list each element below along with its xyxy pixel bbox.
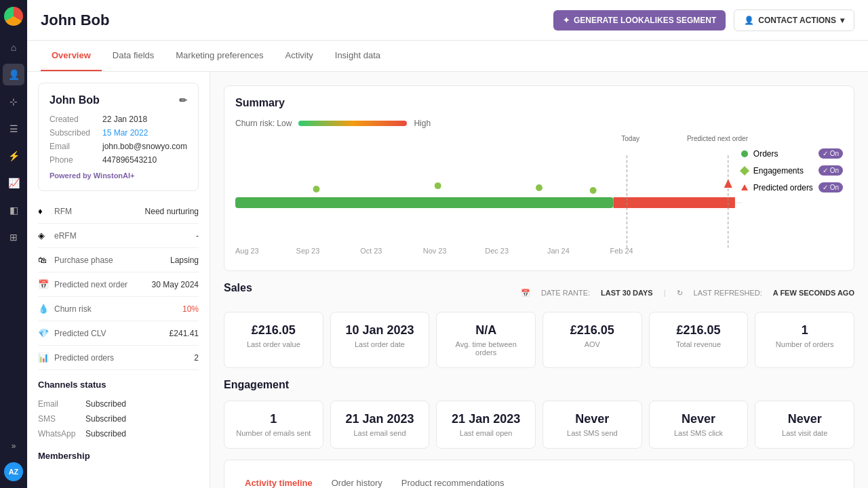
svg-text:Aug 23: Aug 23: [235, 247, 259, 255]
tab-order-history[interactable]: Order history: [322, 471, 392, 488]
nav-chart-icon[interactable]: 📈: [3, 172, 24, 194]
svg-point-9: [590, 187, 597, 194]
predicted-orders-legend-dot: [741, 184, 748, 190]
last-sms-send-card: Never Last SMS send: [542, 401, 642, 449]
chart-legend: Orders ✓ On Engagements ✓ On Predicted o…: [741, 148, 843, 192]
generate-icon: ✦: [563, 16, 570, 25]
engagements-toggle[interactable]: ✓ On: [818, 165, 843, 176]
profile-name: John Bob ✏: [50, 94, 187, 106]
last-order-date-card: 10 Jan 2023 Last order date: [330, 312, 430, 368]
nav-lightning-icon[interactable]: ⚡: [3, 145, 24, 167]
main-page: John Bob ✦ GENERATE LOOKALIKES SEGMENT 👤…: [27, 0, 868, 488]
tab-product-recommendations[interactable]: Product recommendations: [392, 471, 514, 488]
purchase-phase-row: 🛍 Purchase phase Lapsing: [38, 248, 199, 272]
svg-rect-3: [732, 197, 735, 208]
number-of-orders-card: 1 Number of orders: [755, 312, 854, 368]
last-email-send-card: 21 Jan 2023 Last email send: [330, 401, 430, 449]
svg-text:Jan 24: Jan 24: [547, 247, 570, 255]
created-row: Created 22 Jan 2018: [50, 115, 187, 124]
purchase-icon: 🛍: [38, 255, 52, 265]
engagement-cards: 1 Number of emails sent 21 Jan 2023 Last…: [224, 401, 854, 449]
engagement-section: Engagement 1 Number of emails sent 21 Ja…: [224, 379, 854, 449]
sidebar-metrics: ♦ RFM Need nurturing ◈ eRFM - 🛍 Purchase…: [38, 199, 199, 370]
left-sidebar: John Bob ✏ Created 22 Jan 2018 Subscribe…: [27, 72, 210, 488]
svg-point-7: [435, 182, 441, 189]
erfm-icon: ◈: [38, 230, 52, 241]
svg-text:Sep 23: Sep 23: [296, 247, 320, 255]
orders-icon: 📊: [38, 352, 52, 363]
user-avatar[interactable]: AZ: [4, 462, 23, 481]
top-bar-actions: ✦ GENERATE LOOKALIKES SEGMENT 👤 CONTACT …: [553, 9, 854, 31]
page-title: John Bob: [41, 12, 109, 29]
sales-header: Sales 📅 DATE RANTE: LAST 30 DAYS | ↻ LAS…: [224, 282, 854, 304]
top-bar: John Bob ✦ GENERATE LOOKALIKES SEGMENT 👤…: [27, 0, 868, 41]
churn-risk-row: 💧 Churn risk 10%: [38, 297, 199, 321]
predicted-orders-toggle[interactable]: ✓ On: [818, 182, 843, 192]
churn-bar: Churn risk: Low High: [235, 119, 843, 128]
sales-section: Sales 📅 DATE RANTE: LAST 30 DAYS | ↻ LAS…: [224, 282, 854, 368]
membership-section: Membership: [38, 451, 199, 461]
tab-data-fields[interactable]: Data fields: [102, 41, 165, 71]
nav-layers-icon[interactable]: ◧: [3, 199, 24, 221]
legend-predicted-orders: Predicted orders ✓ On: [741, 182, 843, 192]
main-content: Summary Churn risk: Low High Today Predi…: [210, 72, 868, 488]
svg-point-6: [313, 186, 319, 192]
engagements-legend-dot: [740, 165, 749, 175]
summary-section: Summary Churn risk: Low High Today Predi…: [224, 85, 854, 271]
clv-icon: 💎: [38, 328, 52, 338]
legend-orders: Orders ✓ On: [741, 148, 843, 159]
content-area: John Bob ✏ Created 22 Jan 2018 Subscribe…: [27, 72, 868, 488]
last-order-value-card: £216.05 Last order value: [224, 312, 323, 368]
email-channel: Email Subscribed: [38, 396, 199, 411]
predicted-next-order-row: 📅 Predicted next order 30 May 2024: [38, 272, 199, 297]
calendar-icon2: 📅: [521, 289, 530, 298]
nav-home-icon[interactable]: ⌂: [3, 37, 24, 58]
activity-tabs: Activity timeline Order history Product …: [235, 471, 843, 488]
activity-section: Activity timeline Order history Product …: [224, 460, 854, 488]
predicted-orders-row: 📊 Predicted orders 2: [38, 346, 199, 370]
svg-text:Oct 23: Oct 23: [360, 247, 382, 255]
app-logo[interactable]: [4, 7, 23, 26]
tab-marketing-preferences[interactable]: Marketing preferences: [165, 41, 274, 71]
svg-text:Dec 23: Dec 23: [485, 247, 509, 255]
user-circle-icon: 👤: [744, 16, 754, 25]
contact-actions-button[interactable]: 👤 CONTACT ACTIONS ▾: [734, 9, 854, 31]
tab-insight-data[interactable]: Insight data: [324, 41, 391, 71]
svg-marker-10: [724, 179, 732, 188]
nav-grid-icon[interactable]: ⊞: [3, 226, 24, 248]
orders-legend-dot: [741, 150, 748, 157]
powered-by: Powered by WinstonAI+: [50, 171, 187, 180]
predicted-next-order-label: Predicted next order: [687, 135, 748, 142]
chart-area: Today Predicted next order: [235, 135, 843, 260]
svg-point-8: [536, 184, 542, 191]
generate-lookalikes-button[interactable]: ✦ GENERATE LOOKALIKES SEGMENT: [553, 10, 726, 30]
orders-toggle[interactable]: ✓ On: [818, 148, 843, 159]
refresh-icon: ↻: [677, 289, 683, 298]
churn-icon: 💧: [38, 304, 52, 314]
email-row: Email john.bob@snowyo.com: [50, 142, 187, 151]
calendar-icon: 📅: [38, 279, 52, 289]
chevron-down-icon: ▾: [840, 16, 844, 25]
svg-text:Nov 23: Nov 23: [423, 247, 447, 255]
svg-text:Feb 24: Feb 24: [610, 247, 633, 255]
whatsapp-channel: WhatsApp Subscribed: [38, 426, 199, 441]
tab-activity[interactable]: Activity: [275, 41, 324, 71]
edit-icon[interactable]: ✏: [179, 95, 187, 106]
left-navigation: ⌂ 👤 ⊹ ☰ ⚡ 📈 ◧ ⊞ » AZ: [0, 0, 27, 488]
nav-users-icon[interactable]: 👤: [3, 64, 24, 85]
nav-expand-icon[interactable]: »: [3, 435, 24, 457]
predicted-clv-row: 💎 Predicted CLV £241.41: [38, 321, 199, 346]
tab-overview[interactable]: Overview: [41, 41, 102, 71]
svg-rect-2: [614, 197, 735, 208]
tab-bar: Overview Data fields Marketing preferenc…: [27, 41, 868, 72]
tab-activity-timeline[interactable]: Activity timeline: [235, 471, 322, 488]
rfm-row: ♦ RFM Need nurturing: [38, 199, 199, 224]
legend-engagements: Engagements ✓ On: [741, 165, 843, 176]
last-sms-click-card: Never Last SMS click: [649, 401, 749, 449]
phone-row: Phone 447896543210: [50, 155, 187, 165]
sales-cards: £216.05 Last order value 10 Jan 2023 Las…: [224, 312, 854, 368]
nav-list-icon[interactable]: ☰: [3, 118, 24, 140]
sms-channel: SMS Subscribed: [38, 411, 199, 426]
nav-analytics-icon[interactable]: ⊹: [3, 91, 24, 113]
erfm-row: ◈ eRFM -: [38, 224, 199, 248]
